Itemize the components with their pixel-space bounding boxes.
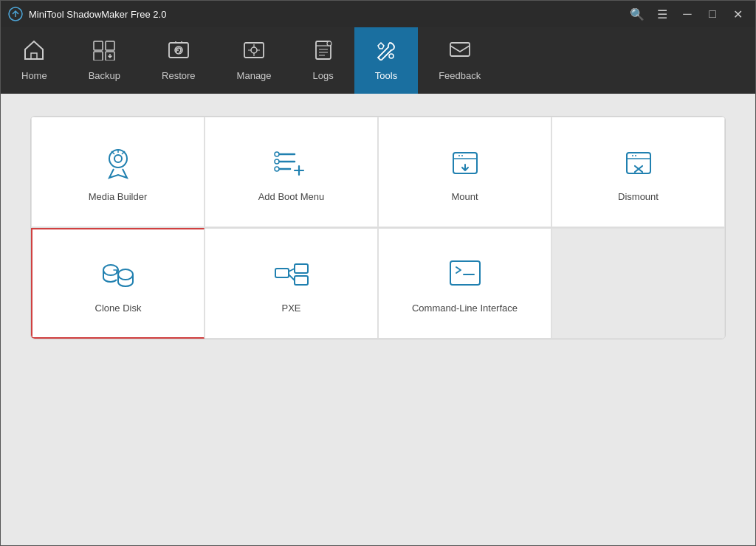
dismount-label: Dismount xyxy=(618,191,659,202)
dismount-icon xyxy=(619,142,658,181)
mount-label: Mount xyxy=(451,191,478,202)
content-area: Media Builder Add Boot Menu xyxy=(1,94,755,546)
svg-rect-3 xyxy=(106,41,114,50)
svg-point-23 xyxy=(275,159,279,164)
tool-card-mount[interactable]: Mount xyxy=(378,117,551,227)
svg-point-28 xyxy=(118,269,133,280)
nav-item-backup[interactable]: Backup xyxy=(68,27,141,94)
svg-rect-29 xyxy=(275,269,289,277)
svg-point-11 xyxy=(327,41,331,46)
manage-icon xyxy=(243,40,265,66)
nav-tools-label: Tools xyxy=(375,70,397,81)
nav-item-home[interactable]: Home xyxy=(1,27,68,94)
svg-point-24 xyxy=(275,167,279,171)
mount-icon xyxy=(446,142,484,181)
svg-rect-30 xyxy=(295,264,308,273)
nav-manage-label: Manage xyxy=(237,70,272,81)
tool-card-add-boot-menu[interactable]: Add Boot Menu xyxy=(205,117,378,227)
nav-item-logs[interactable]: Logs xyxy=(292,27,354,94)
pxe-icon xyxy=(272,254,311,292)
app-title: MiniTool ShadowMaker Free 2.0 xyxy=(29,9,166,20)
clone-disk-label: Clone Disk xyxy=(95,303,142,314)
title-bar-controls: 🔍 ☰ ─ □ ✕ xyxy=(627,4,748,24)
nav-bar: Home Backup Restore xyxy=(1,27,755,94)
tool-card-cli[interactable]: Command-Line Interface xyxy=(378,228,551,339)
tool-card-dismount[interactable]: Dismount xyxy=(551,117,725,227)
menu-button[interactable]: ☰ xyxy=(652,4,673,24)
svg-point-22 xyxy=(275,152,279,156)
minimize-button[interactable]: ─ xyxy=(677,4,698,24)
tools-container: Media Builder Add Boot Menu xyxy=(30,116,726,339)
clone-disk-icon xyxy=(99,254,137,292)
media-builder-label: Media Builder xyxy=(89,191,148,202)
nav-item-restore[interactable]: Restore xyxy=(141,27,216,94)
svg-rect-31 xyxy=(295,276,308,285)
nav-home-label: Home xyxy=(21,70,47,81)
svg-rect-13 xyxy=(450,43,470,56)
svg-point-9 xyxy=(251,47,257,53)
title-bar: MiniTool ShadowMaker Free 2.0 🔍 ☰ ─ □ ✕ xyxy=(1,1,755,27)
search-button[interactable]: 🔍 xyxy=(627,4,647,24)
svg-point-12 xyxy=(389,54,394,58)
tools-row1: Media Builder Add Boot Menu xyxy=(31,117,725,228)
nav-item-manage[interactable]: Manage xyxy=(216,27,292,94)
tool-card-media-builder[interactable]: Media Builder xyxy=(31,117,205,227)
svg-rect-33 xyxy=(450,261,480,285)
restore-button[interactable]: □ xyxy=(702,4,723,24)
svg-rect-26 xyxy=(627,153,650,173)
cli-label: Command-Line Interface xyxy=(412,303,518,314)
backup-icon xyxy=(92,40,116,66)
title-bar-left: MiniTool ShadowMaker Free 2.0 xyxy=(8,7,166,21)
nav-item-tools[interactable]: Tools xyxy=(354,27,418,94)
svg-rect-4 xyxy=(94,52,103,61)
logs-icon xyxy=(313,40,334,66)
svg-rect-1 xyxy=(31,53,37,59)
restore-icon xyxy=(168,40,190,66)
tools-row2: Clone Disk PXE Com xyxy=(31,228,725,339)
app-icon xyxy=(8,7,23,21)
feedback-icon xyxy=(449,40,471,66)
nav-backup-label: Backup xyxy=(89,70,120,81)
tool-card-clone-disk[interactable]: Clone Disk xyxy=(31,228,205,339)
nav-item-feedback[interactable]: Feedback xyxy=(418,27,501,94)
home-icon xyxy=(23,40,45,66)
tools-icon xyxy=(375,40,397,66)
svg-rect-2 xyxy=(94,41,103,50)
svg-point-15 xyxy=(114,155,122,162)
nav-feedback-label: Feedback xyxy=(439,70,481,81)
add-boot-menu-label: Add Boot Menu xyxy=(258,191,325,202)
cli-icon xyxy=(446,254,484,292)
media-builder-icon xyxy=(99,142,137,181)
add-boot-menu-icon xyxy=(272,142,311,181)
nav-restore-label: Restore xyxy=(162,70,196,81)
nav-logs-label: Logs xyxy=(313,70,334,81)
close-button[interactable]: ✕ xyxy=(727,4,748,24)
pxe-label: PXE xyxy=(281,303,300,314)
tool-card-pxe[interactable]: PXE xyxy=(205,228,378,339)
tool-card-empty xyxy=(551,228,725,339)
